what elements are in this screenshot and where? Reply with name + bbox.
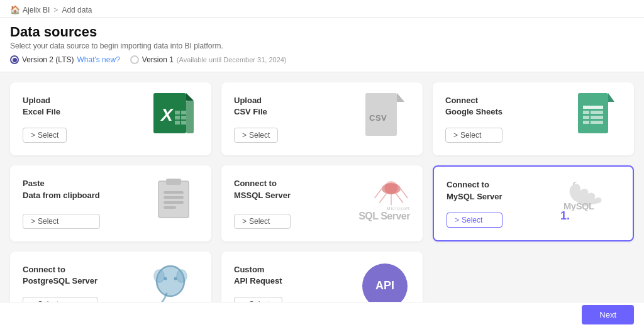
card-left-excel: UploadExcel File > Select xyxy=(23,95,67,143)
select-button-mssql[interactable]: > Select xyxy=(234,214,291,229)
content-area: UploadExcel File > Select X xyxy=(0,72,644,327)
card-connect-mssql: Connect toMSSQL Server > Select xyxy=(221,165,423,241)
svg-rect-31 xyxy=(164,196,184,199)
csv-icon-area: CSV xyxy=(360,95,410,139)
card-title-clipboard: PasteData from clipboard xyxy=(23,178,100,201)
card-upload-csv: UploadCSV File > Select CSV xyxy=(221,82,423,155)
svg-rect-5 xyxy=(181,111,186,114)
excel-svg: X xyxy=(152,93,195,141)
chevron-right-icon-mssql: > xyxy=(242,217,247,226)
select-button-clipboard[interactable]: > Select xyxy=(23,214,100,229)
svg-rect-4 xyxy=(175,111,180,114)
svg-rect-1 xyxy=(186,101,194,133)
version2-label: Version 2 (LTS) xyxy=(22,55,74,64)
clipboard-icon-area xyxy=(148,178,199,222)
svg-rect-27 xyxy=(158,181,189,218)
card-left-mysql: Connect toMySQL Server > Select xyxy=(447,179,502,227)
card-paste-clipboard: PasteData from clipboard > Select xyxy=(10,165,211,241)
svg-rect-8 xyxy=(175,121,180,125)
select-button-csv[interactable]: > Select xyxy=(234,128,278,143)
card-title-sheets: ConnectGoogle Sheets xyxy=(445,95,502,118)
card-title-api: CustomAPI Request xyxy=(234,264,282,287)
svg-marker-13 xyxy=(397,93,404,102)
card-upload-excel: UploadExcel File > Select X xyxy=(10,82,211,155)
svg-rect-9 xyxy=(181,121,186,125)
version1-label: Version 1 xyxy=(142,55,174,64)
bottom-bar: Next xyxy=(0,302,644,327)
card-title-mysql: Connect toMySQL Server xyxy=(447,179,502,202)
mysql-icon-area: MySQL xyxy=(557,179,620,211)
select-button-sheets[interactable]: > Select xyxy=(445,128,502,143)
version1-note: (Available until December 31, 2024) xyxy=(177,56,287,64)
card-left-csv: UploadCSV File > Select xyxy=(234,95,278,143)
mysql-svg: MySQL xyxy=(564,179,620,211)
version1-option[interactable]: Version 1 (Available until December 31, … xyxy=(130,55,287,64)
svg-marker-16 xyxy=(608,93,614,102)
select-button-excel[interactable]: > Select xyxy=(23,128,67,143)
chevron-right-icon: > xyxy=(31,131,35,140)
svg-rect-22 xyxy=(591,116,597,119)
svg-rect-32 xyxy=(164,201,184,204)
sheets-svg xyxy=(578,93,614,141)
card-left-clipboard: PasteData from clipboard > Select xyxy=(23,178,100,228)
card-title-postgres: Connect toPostgreSQL Server xyxy=(23,264,97,287)
card-connect-sheets: ConnectGoogle Sheets > Select xyxy=(433,82,634,155)
select-button-mysql[interactable]: > Select xyxy=(447,213,502,228)
breadcrumb-separator: > xyxy=(53,6,58,14)
svg-rect-21 xyxy=(583,116,589,119)
svg-point-40 xyxy=(385,181,398,194)
whats-new-link[interactable]: What's new? xyxy=(77,55,119,64)
datasource-grid: UploadExcel File > Select X xyxy=(10,82,634,324)
svg-rect-24 xyxy=(583,121,589,124)
svg-line-35 xyxy=(375,189,382,198)
svg-rect-26 xyxy=(597,121,603,124)
page-subtitle: Select your data source to begin importi… xyxy=(10,42,634,50)
svg-point-45 xyxy=(177,270,187,282)
card-connect-mysql: Connect toMySQL Server > Select 1. MySQL xyxy=(433,165,634,241)
chevron-right-icon-clipboard: > xyxy=(31,217,35,226)
svg-point-47 xyxy=(174,277,177,280)
mssql-sql-text: SQL Server xyxy=(358,211,410,222)
svg-rect-6 xyxy=(175,116,180,119)
card-title-csv: UploadCSV File xyxy=(234,95,278,118)
svg-point-46 xyxy=(164,277,167,280)
page-header: Data sources Select your data source to … xyxy=(0,18,644,72)
svg-rect-20 xyxy=(597,111,603,114)
clipboard-svg xyxy=(153,176,194,224)
svg-line-36 xyxy=(379,194,386,203)
svg-rect-29 xyxy=(166,179,181,185)
breadcrumb: 🏠 Ajelix BI > Add data xyxy=(0,0,644,18)
sheets-icon-area xyxy=(571,95,621,139)
mssql-svg xyxy=(372,178,410,209)
svg-rect-19 xyxy=(591,111,597,114)
chevron-right-icon-csv: > xyxy=(242,131,247,140)
breadcrumb-home[interactable]: Ajelix BI xyxy=(23,6,50,14)
svg-rect-18 xyxy=(583,111,589,114)
version1-radio[interactable] xyxy=(130,55,139,64)
card-title-excel: UploadExcel File xyxy=(23,95,67,118)
mssql-icon-area: Microsoft SQL Server xyxy=(335,178,410,222)
svg-rect-25 xyxy=(591,121,597,124)
svg-point-44 xyxy=(154,270,164,282)
svg-rect-33 xyxy=(164,206,176,209)
svg-rect-17 xyxy=(583,106,603,109)
page-title: Data sources xyxy=(10,24,634,40)
card-title-mssql: Connect toMSSQL Server xyxy=(234,178,291,201)
version2-radio[interactable] xyxy=(10,55,19,64)
svg-text:X: X xyxy=(160,105,174,125)
svg-line-39 xyxy=(401,189,408,198)
chevron-right-icon-mysql: > xyxy=(455,216,459,224)
api-text: API xyxy=(375,279,394,292)
svg-rect-30 xyxy=(164,191,184,194)
excel-icon-area: X xyxy=(148,95,199,139)
breadcrumb-current: Add data xyxy=(62,6,92,14)
svg-text:CSV: CSV xyxy=(369,113,387,123)
version2-option[interactable]: Version 2 (LTS) What's new? xyxy=(10,55,120,64)
version-selector: Version 2 (LTS) What's new? Version 1 (A… xyxy=(10,55,634,64)
svg-rect-7 xyxy=(181,116,186,119)
card-left-mssql: Connect toMSSQL Server > Select xyxy=(234,178,291,228)
svg-rect-23 xyxy=(597,116,603,119)
chevron-right-icon-sheets: > xyxy=(453,131,458,140)
next-button[interactable]: Next xyxy=(582,305,634,324)
card-left-sheets: ConnectGoogle Sheets > Select xyxy=(445,95,502,143)
